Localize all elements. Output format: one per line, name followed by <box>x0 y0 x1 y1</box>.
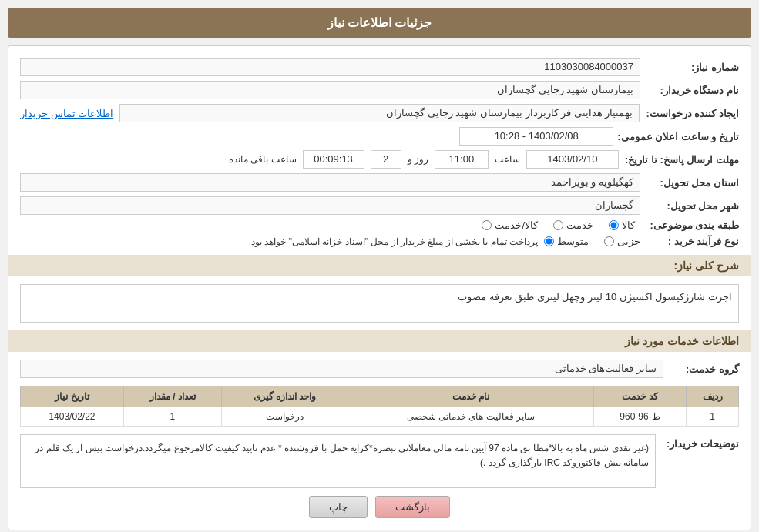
radio-kala-khedmat-input[interactable] <box>482 220 492 230</box>
radio-kala-label: کالا <box>622 219 635 231</box>
col-row: ردیف <box>687 386 739 407</box>
cell-qty-0: 1 <box>123 407 221 427</box>
creator-link[interactable]: اطلاعات تماس خریدار <box>20 108 113 119</box>
col-name: نام خدمت <box>348 386 594 407</box>
col-date: تاریخ نیاز <box>21 386 124 407</box>
buyer-notes-value: (غیر نقدی شش ماه به بالا*مطا بق ماده 97 … <box>20 434 656 488</box>
col-qty: تعداد / مقدار <box>123 386 221 407</box>
creator-row: ایجاد کننده درخواست: بهمنیار هدایتی فر ک… <box>20 104 739 122</box>
page-title: جزئیات اطلاعات نیاز <box>327 16 432 29</box>
radio-kala-khedmat[interactable]: کالا/خدمت <box>482 219 538 231</box>
cell-unit-0: درخواست <box>221 407 348 427</box>
radio-kala-khedmat-label: کالا/خدمت <box>495 219 538 231</box>
need-desc-section-header: شرح کلی نیاز: <box>8 255 751 276</box>
inner-content: شماره نیاز: 1103030084000037 نام دستگاه … <box>20 58 739 518</box>
radio-kala-input[interactable] <box>609 220 619 230</box>
process-label: نوع فرآیند خرید : <box>646 236 739 247</box>
city-row: شهر محل تحویل: گچساران <box>20 196 739 215</box>
creator-value: بهمنیار هدایتی فر کاربرداز بیمارستان شهی… <box>119 104 640 122</box>
deadline-time-label: ساعت <box>495 154 520 165</box>
services-section-header: اطلاعات خدمات مورد نیاز <box>8 330 751 352</box>
radio-motavaset-label: متوسط <box>557 236 589 247</box>
need-desc-section-label: شرح کلی نیاز: <box>674 259 739 272</box>
creator-label: ایجاد کننده درخواست: <box>646 108 739 119</box>
print-button[interactable]: چاپ <box>309 496 368 518</box>
col-code: کد خدمت <box>593 386 687 407</box>
process-group: جزیی متوسط <box>544 236 640 247</box>
deadline-days: 2 <box>371 150 401 169</box>
org-name-value: بیمارستان شهید رجایی گچساران <box>20 81 640 99</box>
radio-khedmat[interactable]: خدمت <box>553 219 593 231</box>
col-unit: واحد اندازه گیری <box>221 386 348 407</box>
category-group: کالا خدمت کالا/خدمت <box>482 219 635 231</box>
table-row: 1 ط-96-960 سایر فعالیت های خدماتی شخصی د… <box>21 407 739 427</box>
need-desc-container: اجرت شارژکپسول اکسیژن 10 لیتر وچهل لیتری… <box>20 284 739 323</box>
remaining-label: ساعت باقی مانده <box>229 154 297 165</box>
need-number-value: 1103030084000037 <box>20 58 640 76</box>
process-row: نوع فرآیند خرید : جزیی متوسط پرداخت تمام… <box>20 236 739 247</box>
deadline-label: مهلت ارسال پاسخ: تا تاریخ: <box>625 154 739 166</box>
services-table: ردیف کد خدمت نام خدمت واحد اندازه گیری ت… <box>20 386 739 427</box>
radio-motavaset[interactable]: متوسط <box>544 236 589 247</box>
process-note: پرداخت تمام یا بخشی از مبلغ خریدار از مح… <box>20 236 538 247</box>
category-label: طبقه بندی موضوعی: <box>646 219 739 231</box>
service-group-label: گروه خدمت: <box>670 363 739 375</box>
buyer-notes-section: توضیحات خریدار: (غیر نقدی شش ماه به بالا… <box>20 434 739 488</box>
radio-jozi[interactable]: جزیی <box>604 236 640 247</box>
radio-kala[interactable]: کالا <box>609 219 635 231</box>
province-label: استان محل تحویل: <box>646 177 739 189</box>
services-section-label: اطلاعات خدمات مورد نیاز <box>625 335 739 347</box>
radio-jozi-label: جزیی <box>617 236 640 247</box>
deadline-date: 1403/02/10 <box>526 150 619 169</box>
org-name-label: نام دستگاه خریدار: <box>646 85 739 96</box>
radio-motavaset-input[interactable] <box>544 236 554 246</box>
deadline-days-label: روز و <box>408 154 428 165</box>
main-card: شماره نیاز: 1103030084000037 نام دستگاه … <box>8 45 751 530</box>
announce-label: تاریخ و ساعت اعلان عمومی: <box>617 131 739 142</box>
province-value: کهگیلویه و بویراحمد <box>20 173 640 192</box>
buyer-notes-label: توضیحات خریدار: <box>662 434 739 450</box>
service-group-row: گروه خدمت: سایر فعالیت‌های خدماتی <box>20 360 739 378</box>
cell-name-0: سایر فعالیت های خدماتی شخصی <box>348 407 594 427</box>
cell-row-0: 1 <box>687 407 739 427</box>
need-number-label: شماره نیاز: <box>646 62 739 73</box>
services-tbody: 1 ط-96-960 سایر فعالیت های خدماتی شخصی د… <box>21 407 739 427</box>
province-row: استان محل تحویل: کهگیلویه و بویراحمد <box>20 173 739 192</box>
radio-jozi-input[interactable] <box>604 236 614 246</box>
announce-row: تاریخ و ساعت اعلان عمومی: 1403/02/08 - 1… <box>20 127 739 146</box>
radio-khedmat-label: خدمت <box>566 219 593 231</box>
table-header-row: ردیف کد خدمت نام خدمت واحد اندازه گیری ت… <box>21 386 739 407</box>
city-value: گچساران <box>20 196 640 215</box>
need-desc-value: اجرت شارژکپسول اکسیژن 10 لیتر وچهل لیتری… <box>20 284 739 323</box>
button-row: بازگشت چاپ <box>20 496 739 518</box>
deadline-row: مهلت ارسال پاسخ: تا تاریخ: 1403/02/10 سا… <box>20 150 739 169</box>
page-container: جزئیات اطلاعات نیاز شماره نیاز: 11030300… <box>0 0 759 532</box>
radio-khedmat-input[interactable] <box>553 220 563 230</box>
deadline-time: 11:00 <box>435 150 489 169</box>
org-name-row: نام دستگاه خریدار: بیمارستان شهید رجایی … <box>20 81 739 99</box>
back-button[interactable]: بازگشت <box>375 496 450 518</box>
cell-date-0: 1403/02/22 <box>21 407 124 427</box>
remaining-time: 00:09:13 <box>303 150 364 169</box>
service-group-value: سایر فعالیت‌های خدماتی <box>20 360 663 378</box>
need-number-row: شماره نیاز: 1103030084000037 <box>20 58 739 76</box>
page-header: جزئیات اطلاعات نیاز <box>8 8 751 38</box>
cell-code-0: ط-96-960 <box>593 407 687 427</box>
category-row: طبقه بندی موضوعی: کالا خدمت کالا/خدمت <box>20 219 739 231</box>
city-label: شهر محل تحویل: <box>646 200 739 212</box>
announce-value: 1403/02/08 - 10:28 <box>459 127 613 146</box>
